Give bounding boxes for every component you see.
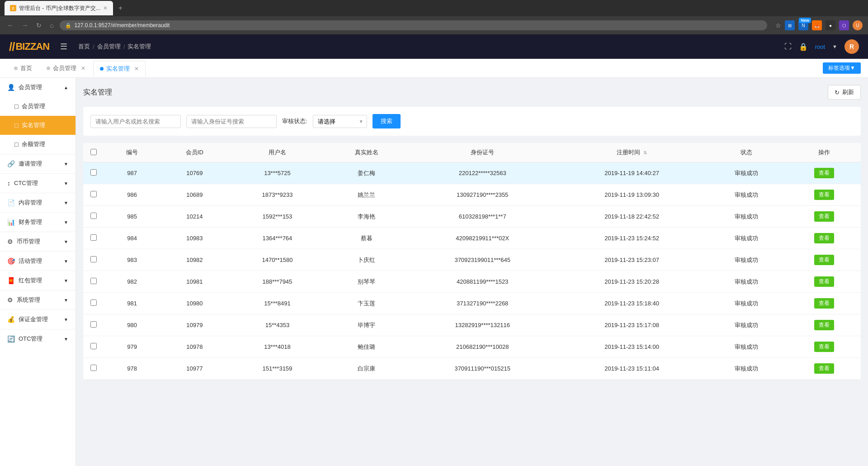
sidebar-item-activity[interactable]: 🎯 活动管理 ▼	[0, 252, 75, 271]
table-row: 987 10769 13***5725 姜仁梅 220122*****32563…	[83, 162, 861, 184]
sidebar-item-redpack[interactable]: 🧧 红包管理 ▼	[0, 271, 75, 290]
table-row: 978 10977 151***3159 白宗康 370911190***015…	[83, 358, 861, 380]
refresh-icon: ↻	[835, 89, 840, 96]
row-checkbox[interactable]	[90, 191, 97, 197]
row-checkbox[interactable]	[90, 365, 97, 371]
home-button[interactable]: ⌂	[48, 20, 55, 31]
sidebar-item-member-mgmt[interactable]: 👤 会员管理 ▲	[0, 78, 75, 97]
sidebar-label-member-list: 会员管理	[22, 102, 45, 110]
invite-arrow: ▼	[64, 162, 68, 166]
tab-home[interactable]: 首页	[7, 60, 39, 76]
logo-text: BIZZAN	[15, 41, 49, 52]
sidebar-item-otc[interactable]: 🔄 OTC管理 ▼	[0, 329, 75, 348]
sidebar-label-system: 系统管理	[17, 296, 40, 304]
view-button[interactable]: 查看	[814, 276, 834, 287]
row-member-id: 10981	[160, 271, 229, 293]
sidebar-item-coin[interactable]: ⚙ 币币管理 ▼	[0, 232, 75, 251]
row-checkbox[interactable]	[90, 234, 97, 241]
tab-member[interactable]: 会员管理 ✕	[40, 60, 92, 76]
ext-icon-4[interactable]: ⬡	[839, 20, 849, 30]
breadcrumb-member[interactable]: 会员管理	[97, 43, 121, 51]
star-icon[interactable]: ☆	[775, 22, 781, 29]
url-bar[interactable]: 🔒 127.0.0.1:9527/#/member/memberaudit	[60, 20, 767, 30]
select-all-checkbox[interactable]	[90, 149, 97, 155]
user-avatar-browser[interactable]: U	[853, 20, 863, 30]
view-button[interactable]: 查看	[814, 363, 834, 374]
hamburger-menu[interactable]: ☰	[60, 42, 67, 52]
tab-close-audit[interactable]: ✕	[134, 66, 139, 72]
table-row: 981 10980 15***8491 卞玉莲 371327190****226…	[83, 293, 861, 314]
view-button[interactable]: 查看	[814, 298, 834, 309]
row-status: 审核成功	[706, 271, 787, 293]
user-avatar[interactable]: R	[844, 39, 859, 54]
sidebar-section-activity: 🎯 活动管理 ▼	[0, 251, 75, 271]
sidebar-item-balance[interactable]: □ 余额管理	[0, 135, 75, 154]
sidebar-item-deposit[interactable]: 💰 保证金管理 ▼	[0, 310, 75, 329]
forward-button[interactable]: →	[20, 20, 30, 31]
row-checkbox[interactable]	[90, 278, 97, 284]
tab-close-member[interactable]: ✕	[81, 65, 85, 71]
view-button[interactable]: 查看	[814, 190, 834, 200]
row-username: 151***3159	[229, 358, 326, 380]
redpack-icon: 🧧	[7, 277, 15, 284]
ext-icon-2[interactable]: 🦊	[812, 20, 822, 30]
sidebar-label-coin: 币币管理	[17, 238, 40, 246]
row-checkbox[interactable]	[90, 321, 97, 328]
fullscreen-button[interactable]: ⛶	[784, 43, 792, 51]
row-member-id: 10982	[160, 249, 229, 271]
sidebar-item-realname[interactable]: □ 实名管理	[0, 116, 75, 135]
row-checkbox[interactable]	[90, 300, 97, 306]
row-action: 查看	[787, 293, 861, 314]
search-id-input[interactable]	[186, 115, 277, 128]
sidebar-item-member-list[interactable]: □ 会员管理	[0, 97, 75, 116]
otc-icon: 🔄	[7, 335, 15, 342]
search-name-input[interactable]	[90, 115, 181, 128]
user-dropdown-icon[interactable]: ▼	[832, 44, 837, 49]
sidebar-item-finance[interactable]: 📊 财务管理 ▼	[0, 213, 75, 232]
lock-button[interactable]: 🔒	[799, 43, 808, 51]
tab-bar-right: 标签选项▼	[823, 62, 861, 74]
active-tab[interactable]: Z 管理后台 - 币严|全球数字资产交... ✕	[5, 1, 113, 15]
row-checkbox-cell	[83, 206, 104, 228]
new-badge: New	[799, 18, 811, 23]
tab-audit[interactable]: 实名管理 ✕	[93, 61, 146, 76]
status-select[interactable]: 请选择 审核成功 审核失败 待审核	[313, 115, 367, 128]
new-tab-button[interactable]: +	[118, 4, 123, 12]
view-button[interactable]: 查看	[814, 211, 834, 222]
row-checkbox[interactable]	[90, 213, 97, 219]
row-status: 审核成功	[706, 249, 787, 271]
view-button[interactable]: 查看	[814, 320, 834, 330]
search-button[interactable]: 搜索	[373, 114, 401, 128]
row-checkbox[interactable]	[90, 256, 97, 262]
row-member-id: 10977	[160, 358, 229, 380]
table-header-row: 编号 会员ID 用户名 真实姓名 身份证号 注册时间 ⇅ 状态 操作	[83, 143, 861, 162]
sidebar-item-system[interactable]: ⚙ 系统管理 ▼	[0, 290, 75, 309]
ext-icon-new[interactable]: N New	[798, 20, 808, 30]
tab-title: 管理后台 - 币严|全球数字资产交...	[19, 5, 100, 12]
ext-icon-1[interactable]: ⊞	[785, 20, 795, 30]
view-button[interactable]: 查看	[814, 255, 834, 265]
tab-close-icon[interactable]: ✕	[103, 5, 108, 11]
row-realname: 卜庆红	[326, 249, 407, 271]
top-nav-right: ⛶ 🔒 root ▼ R	[784, 39, 859, 54]
row-member-id: 10979	[160, 314, 229, 336]
row-action: 查看	[787, 249, 861, 271]
view-button[interactable]: 查看	[814, 168, 834, 178]
row-checkbox[interactable]	[90, 169, 97, 176]
view-button[interactable]: 查看	[814, 233, 834, 243]
breadcrumb-home[interactable]: 首页	[78, 43, 90, 51]
sort-icon[interactable]: ⇅	[643, 150, 647, 155]
sidebar-item-content[interactable]: 📄 内容管理 ▼	[0, 193, 75, 212]
tag-select-button[interactable]: 标签选项▼	[823, 62, 861, 74]
refresh-button[interactable]: ↻	[34, 20, 43, 31]
ext-icon-3[interactable]: ●	[826, 20, 835, 30]
sidebar-item-ctc[interactable]: ↕ CTC管理 ▼	[0, 174, 75, 193]
back-button[interactable]: ←	[5, 20, 15, 31]
sidebar-item-invite[interactable]: 🔗 邀请管理 ▼	[0, 154, 75, 173]
refresh-button[interactable]: ↻ 刷新	[828, 85, 861, 100]
row-checkbox[interactable]	[90, 343, 97, 349]
row-idcard: 220122*****32563	[407, 162, 558, 184]
user-name[interactable]: root	[815, 43, 825, 50]
view-button[interactable]: 查看	[814, 342, 834, 352]
row-username: 13***5725	[229, 162, 326, 184]
